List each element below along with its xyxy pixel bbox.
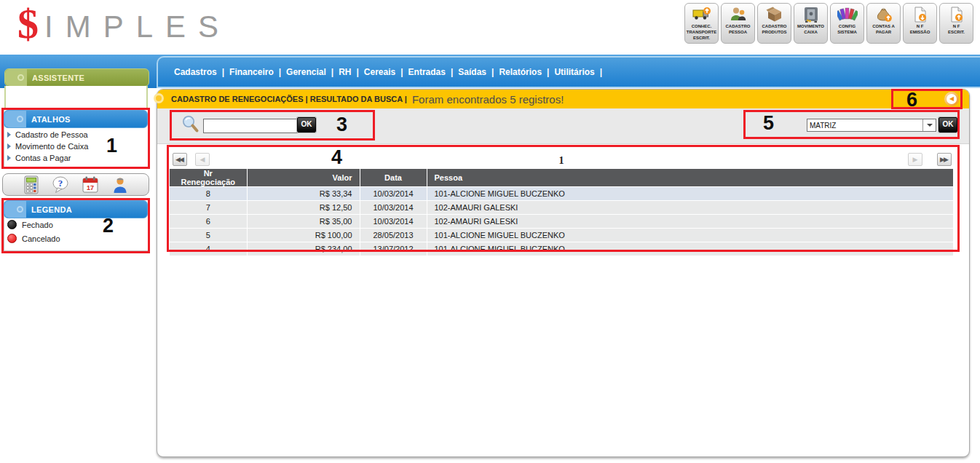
ring-icon: [17, 116, 23, 122]
table-cell: 10/03/2014: [360, 187, 427, 201]
current-page-number: 1: [170, 155, 953, 167]
app-window: $ IMPLES CONHEC. TRANSPORTE ESCRIT.CADAS…: [0, 0, 980, 463]
legend-list: FechadoCancelado: [7, 218, 60, 245]
sidebar-link-contas-a-pagar[interactable]: Contas a Pagar: [7, 152, 88, 164]
nav-item-rh[interactable]: RH: [339, 67, 351, 77]
doc-down-icon: [911, 5, 930, 24]
bullet-arrow-icon: [7, 132, 11, 138]
calendar-icon[interactable]: 17: [81, 175, 100, 194]
table-cell: 4: [170, 242, 247, 256]
back-arrow-icon: ◀: [947, 94, 957, 104]
table-cell: R$ 234,00: [247, 242, 360, 256]
legend-item-cancelado: Cancelado: [7, 232, 60, 245]
results-table: Nr RenegociaçãoValorDataPessoa 8R$ 33,34…: [170, 169, 953, 256]
people-icon: [729, 5, 748, 24]
toolbar-button-3[interactable]: CADASTRO PRODUTOS: [757, 3, 791, 44]
ring-icon: [17, 206, 23, 213]
logo-dollar-icon: $: [17, 3, 39, 45]
user-icon[interactable]: [111, 175, 130, 194]
toolbar-button-label: CADASTRO PESSOA: [726, 24, 751, 36]
table-cell: R$ 100,00: [247, 229, 360, 242]
legenda-header: LEGENDA: [4, 200, 148, 218]
last-page-button[interactable]: ▶▶: [937, 153, 952, 166]
table-cell: 8: [170, 187, 247, 201]
nav-item-utilitarios[interactable]: Utilitários: [554, 67, 594, 77]
branch-select-value: MATRIZ: [807, 122, 922, 130]
main-menu: Cadastros|Financeiro|Gerencial|RH|Cereai…: [157, 56, 980, 88]
branch-select[interactable]: MATRIZ: [807, 119, 936, 132]
table-row[interactable]: 4R$ 234,0013/07/2012101-ALCIONE MIGUEL B…: [170, 242, 953, 256]
assistente-title: ASSISTENTE: [32, 74, 84, 82]
toolbar-button-2[interactable]: CADASTRO PESSOA: [721, 3, 755, 44]
branch-ok-button[interactable]: OK: [938, 117, 957, 132]
sidebar-link-cadastro-de-pessoa[interactable]: Cadastro de Pessoa: [7, 129, 88, 141]
table-row[interactable]: 7R$ 12,5010/03/2014102-AMAURI GALESKI: [170, 201, 953, 215]
table-cell: R$ 35,00: [247, 215, 360, 229]
nav-item-cereais[interactable]: Cereais: [364, 67, 395, 77]
chevron-down-icon[interactable]: [922, 119, 936, 131]
table-cell: 102-AMAURI GALESKI: [427, 201, 953, 215]
toolbar-button-label: CONHEC. TRANSPORTE ESCRIT.: [687, 24, 716, 41]
toolbar-button-label: MOVIMENTO CAIXA: [797, 24, 824, 36]
sidebar-link-label: Movimento de Caixa: [15, 142, 88, 151]
help-icon[interactable]: ?: [51, 175, 70, 194]
search-icon: [181, 114, 199, 137]
toolbar-button-1[interactable]: CONHEC. TRANSPORTE ESCRIT.: [684, 3, 719, 44]
status-bar: CADASTRO DE RENEGOCIAÇÕES | RESULTADO DA…: [157, 90, 969, 108]
toolbar-button-label: CONTAS A PAGAR: [872, 24, 895, 36]
nav-item-entradas[interactable]: Entradas: [408, 67, 446, 77]
search-ok-button[interactable]: OK: [297, 117, 316, 132]
legend-dot-icon: [7, 220, 17, 229]
assistente-header: ASSISTENTE: [4, 68, 149, 87]
nav-item-financeiro[interactable]: Financeiro: [229, 67, 274, 77]
bullet-arrow-icon: [7, 155, 11, 161]
table-row[interactable]: 5R$ 100,0028/05/2013101-ALCIONE MIGUEL B…: [170, 229, 953, 242]
nav-separator: |: [331, 67, 333, 77]
nav-separator: |: [491, 67, 494, 77]
atalhos-title: ATALHOS: [31, 115, 71, 124]
nav-item-cadastros[interactable]: Cadastros: [174, 67, 217, 77]
table-row[interactable]: 8R$ 33,3410/03/2014101-ALCIONE MIGUEL BU…: [170, 187, 953, 201]
table-cell: 28/05/2013: [360, 229, 427, 242]
nav-item-gerencial[interactable]: Gerencial: [286, 67, 326, 77]
nav-item-relatorios[interactable]: Relatórios: [499, 67, 542, 77]
sidebar-link-movimento-de-caixa[interactable]: Movimento de Caixa: [7, 141, 88, 152]
notch-icon: [154, 93, 164, 103]
legend-label: Cancelado: [22, 234, 60, 243]
table-cell: 101-ALCIONE MIGUEL BUCZENKO: [427, 229, 953, 242]
nav-separator: |: [600, 67, 602, 77]
safe-icon: [802, 5, 821, 24]
table-cell: 101-ALCIONE MIGUEL BUCZENKO: [427, 187, 953, 201]
table-cell: R$ 33,34: [247, 187, 360, 201]
table-cell: 5: [170, 229, 247, 242]
assistente-tab: [5, 69, 27, 86]
nav-item-saidas[interactable]: Saídas: [458, 67, 486, 77]
calculator-icon[interactable]: [23, 175, 40, 194]
table-cell: 7: [170, 201, 247, 215]
next-page-button[interactable]: ▶: [908, 153, 922, 166]
toolbar-button-4[interactable]: MOVIMENTO CAIXA: [794, 3, 828, 44]
ring-icon: [17, 74, 24, 81]
logo-text: IMPLES: [44, 9, 231, 45]
back-button[interactable]: ◀: [944, 92, 959, 106]
app-logo: $ IMPLES: [17, 3, 231, 45]
sidebar-link-label: Contas a Pagar: [15, 154, 71, 162]
toolbar-button-8[interactable]: N F ESCRIT.: [939, 3, 973, 44]
toolbar-buttons: CONHEC. TRANSPORTE ESCRIT.CADASTRO PESSO…: [684, 3, 973, 44]
nav-separator: |: [222, 67, 224, 77]
nav-separator: |: [357, 67, 359, 77]
table-cell: 10/03/2014: [360, 215, 427, 229]
search-input[interactable]: [203, 119, 301, 133]
results-table-header: Nr RenegociaçãoValorDataPessoa: [170, 169, 953, 187]
toolbar-button-6[interactable]: CONTAS A PAGAR: [866, 3, 901, 44]
column-header-1: Nr Renegociação: [170, 169, 247, 187]
table-row[interactable]: 6R$ 35,0010/03/2014102-AMAURI GALESKI: [170, 215, 953, 229]
toolbar-button-label: CONFIG SISTEMA: [837, 24, 857, 36]
toolbar-button-label: N F EMISSÃO: [910, 24, 930, 36]
status-message: Foram encontrados 5 registros!: [412, 93, 564, 106]
toolbar-button-7[interactable]: N F EMISSÃO: [903, 3, 937, 44]
atalhos-list: Cadastro de PessoaMovimento de CaixaCont…: [7, 129, 88, 164]
toolbar-button-5[interactable]: CONFIG SISTEMA: [830, 3, 864, 44]
doc-up-icon: [947, 5, 966, 24]
table-header-row: Nr RenegociaçãoValorDataPessoa: [170, 169, 953, 187]
